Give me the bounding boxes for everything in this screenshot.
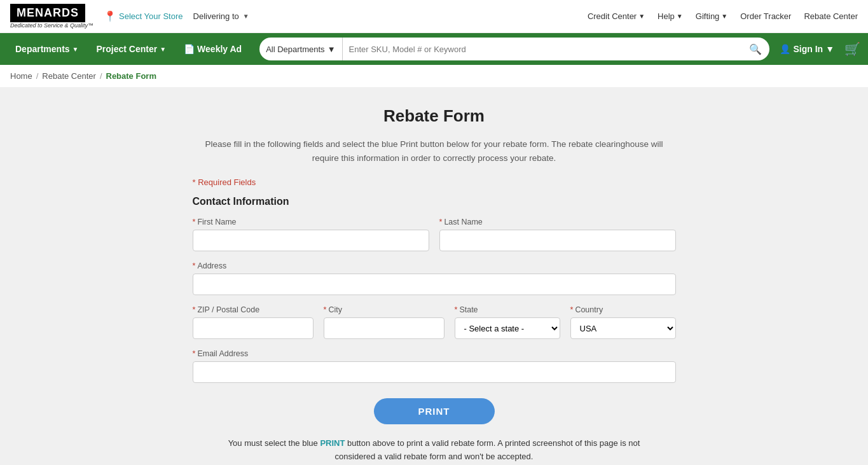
last-name-group: *Last Name: [439, 218, 676, 251]
breadcrumb-rebate-center[interactable]: Rebate Center: [42, 71, 96, 81]
credit-center-chevron: ▼: [638, 13, 645, 20]
breadcrumb: Home / Rebate Center / Rebate Form: [0, 65, 868, 87]
credit-center-label: Credit Center: [588, 11, 637, 21]
order-tracker-link[interactable]: Order Tracker: [740, 11, 791, 21]
last-name-input[interactable]: [439, 230, 676, 251]
departments-label: Departments: [15, 44, 70, 54]
bottom-note-part2: considered a valid rebate form and won't…: [335, 452, 534, 461]
departments-chevron: ▼: [72, 46, 79, 53]
last-name-label: *Last Name: [439, 218, 676, 226]
email-row: *Email Address: [193, 349, 676, 383]
logo-area: MENARDS Dedicated to Service & Quality™: [10, 4, 93, 29]
help-chevron: ▼: [677, 13, 683, 20]
address-group: *Address: [193, 261, 676, 295]
logo-tagline: Dedicated to Service & Quality™: [10, 22, 93, 29]
gifting-chevron: ▼: [721, 13, 727, 20]
first-name-label: *First Name: [193, 218, 429, 226]
project-center-chevron: ▼: [160, 46, 166, 53]
gifting-link[interactable]: Gifting ▼: [696, 11, 727, 21]
sign-in-chevron: ▼: [825, 44, 834, 54]
location-row: *ZIP / Postal Code *City *State - Select…: [193, 305, 676, 339]
main-content: Rebate Form Please fill in the following…: [0, 87, 868, 465]
print-highlight: PRINT: [320, 438, 345, 448]
search-button[interactable]: 🔍: [741, 38, 769, 60]
form-description: Please fill in the following fields and …: [193, 137, 676, 165]
top-bar: MENARDS Dedicated to Service & Quality™ …: [0, 0, 868, 33]
form-card: Rebate Form Please fill in the following…: [193, 106, 676, 464]
country-select[interactable]: USA: [570, 317, 676, 339]
address-row: *Address: [193, 261, 676, 295]
state-select[interactable]: - Select a state -: [455, 317, 560, 339]
nav-bar: Departments ▼ Project Center ▼ 📄 Weekly …: [0, 33, 868, 65]
city-label: *City: [324, 305, 444, 314]
rebate-center-link[interactable]: Rebate Center: [804, 11, 858, 21]
rebate-center-label: Rebate Center: [804, 11, 858, 21]
search-input[interactable]: [343, 38, 742, 60]
email-label: *Email Address: [193, 349, 676, 358]
cart-icon-symbol: 🛒: [844, 42, 860, 56]
zip-label: *ZIP / Postal Code: [193, 305, 313, 314]
delivering-to[interactable]: Delivering to ▼: [193, 11, 249, 21]
departments-nav[interactable]: Departments ▼: [8, 33, 86, 65]
breadcrumb-current: Rebate Form: [106, 71, 156, 81]
state-label: *State: [455, 305, 560, 314]
email-group: *Email Address: [193, 349, 676, 383]
bottom-note: You must select the blue PRINT button ab…: [193, 437, 676, 464]
breadcrumb-sep-2: /: [100, 71, 102, 81]
breadcrumb-home[interactable]: Home: [10, 71, 32, 81]
weekly-ad-label: Weekly Ad: [197, 44, 242, 54]
top-bar-left: MENARDS Dedicated to Service & Quality™ …: [10, 4, 249, 29]
address-input[interactable]: [193, 274, 676, 295]
address-label: *Address: [193, 261, 676, 270]
breadcrumb-sep-1: /: [36, 71, 39, 81]
first-name-group: *First Name: [193, 218, 429, 251]
project-center-nav[interactable]: Project Center ▼: [89, 33, 174, 65]
user-icon: 👤: [780, 44, 790, 54]
gifting-label: Gifting: [696, 11, 720, 21]
search-department-selector[interactable]: All Departments ▼: [259, 38, 342, 60]
delivering-to-label: Delivering to: [193, 11, 239, 21]
country-group: *Country USA: [570, 305, 676, 339]
top-bar-right: Credit Center ▼ Help ▼ Gifting ▼ Order T…: [588, 11, 858, 21]
first-name-input[interactable]: [193, 230, 429, 251]
project-center-label: Project Center: [97, 44, 158, 54]
weekly-ad-icon: 📄: [184, 44, 195, 54]
form-title: Rebate Form: [193, 106, 676, 126]
sign-in-button[interactable]: 👤 Sign In ▼: [780, 44, 834, 54]
help-link[interactable]: Help ▼: [658, 11, 683, 21]
sign-in-label: Sign In: [793, 44, 823, 54]
print-button[interactable]: PRINT: [374, 398, 495, 424]
search-icon: 🔍: [749, 43, 762, 55]
search-bar: All Departments ▼ 🔍: [259, 38, 769, 60]
weekly-ad-nav[interactable]: 📄 Weekly Ad: [176, 33, 249, 65]
credit-center-link[interactable]: Credit Center ▼: [588, 11, 645, 21]
delivering-to-chevron: ▼: [243, 13, 249, 20]
state-group: *State - Select a state -: [455, 305, 560, 339]
store-selector[interactable]: 📍 Select Your Store: [104, 10, 183, 22]
zip-input[interactable]: [193, 317, 313, 339]
country-label: *Country: [570, 305, 676, 314]
name-row: *First Name *Last Name: [193, 218, 676, 251]
order-tracker-label: Order Tracker: [740, 11, 791, 21]
all-departments-label: All Departments: [266, 45, 324, 54]
zip-group: *ZIP / Postal Code: [193, 305, 313, 339]
nav-right: 👤 Sign In ▼ 🛒: [780, 41, 860, 57]
email-input[interactable]: [193, 361, 676, 383]
location-icon: 📍: [104, 10, 116, 22]
cart-button[interactable]: 🛒: [844, 41, 860, 57]
city-input[interactable]: [324, 317, 444, 339]
city-group: *City: [324, 305, 444, 339]
required-note: * Required Fields: [193, 177, 676, 187]
all-departments-chevron: ▼: [327, 45, 336, 54]
store-selector-label: Select Your Store: [119, 11, 183, 21]
help-label: Help: [658, 11, 675, 21]
logo: MENARDS: [10, 4, 85, 22]
contact-section-title: Contact Information: [193, 196, 676, 207]
